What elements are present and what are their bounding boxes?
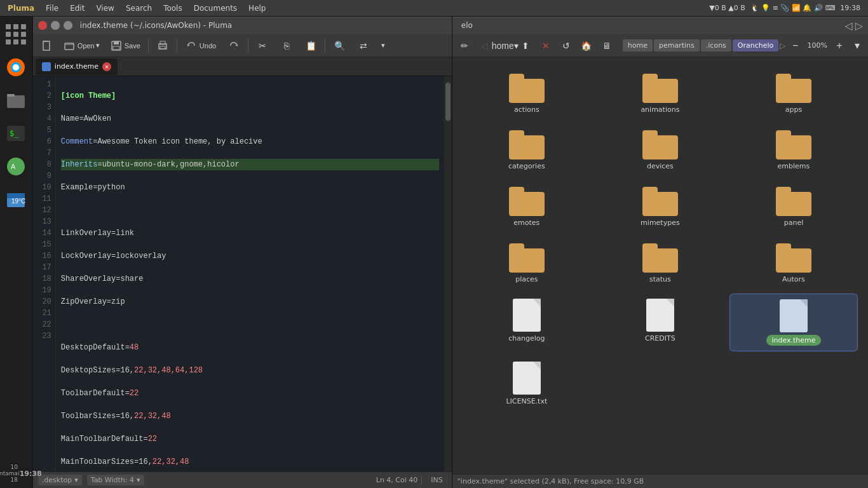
svg-rect-12	[43, 41, 50, 50]
fm-zoom-out-button[interactable]: −	[787, 37, 804, 54]
minimize-button[interactable]	[51, 21, 60, 30]
copy-icon: ⎘	[280, 39, 293, 52]
breadcrumb-icons[interactable]: .icons	[701, 39, 731, 51]
fm-zoom-in-button[interactable]: +	[831, 37, 848, 54]
file-devices[interactable]: devices	[596, 124, 724, 175]
calendar-icon: 19°C	[6, 189, 26, 210]
menu-help[interactable]: Help	[243, 3, 271, 14]
redo-button[interactable]	[222, 37, 245, 55]
file-label: mimetypes	[641, 219, 680, 227]
file-emotes[interactable]: emotes	[463, 180, 591, 232]
editor-tab-indextheme[interactable]: index.theme ×	[36, 58, 118, 75]
file-indextheme[interactable]: index.theme	[729, 294, 858, 351]
fm-edit-button[interactable]: ✏	[455, 37, 474, 55]
print-button[interactable]	[151, 37, 174, 55]
folder-icon	[642, 186, 678, 216]
editor-scrollbar[interactable]	[444, 76, 452, 471]
file-places[interactable]: places	[463, 237, 591, 288]
breadcrumb-next-icon: ▷	[780, 41, 785, 50]
fm-reload-button[interactable]: ↺	[557, 37, 576, 55]
more-button[interactable]: ▾	[376, 37, 390, 55]
fm-expand-icon[interactable]: ◁	[844, 20, 852, 32]
file-categories[interactable]: categories	[463, 124, 591, 175]
menu-tools[interactable]: Tools	[158, 3, 187, 14]
svg-point-7	[7, 158, 25, 175]
open-icon	[64, 39, 76, 52]
file-emblems[interactable]: emblems	[729, 124, 858, 175]
undo-button[interactable]: Undo	[180, 37, 221, 55]
code-line-6	[61, 205, 439, 216]
file-status[interactable]: status	[596, 237, 724, 288]
branch-label: .desktop	[42, 476, 72, 484]
doc-icon	[513, 299, 541, 332]
dock: $_ A 19°C quinta 10 mai 18 19:38	[0, 17, 33, 488]
fm-up-button[interactable]: ⬆	[516, 37, 535, 55]
cut-button[interactable]: ✂	[251, 37, 274, 55]
fm-computer-button[interactable]: 🖥	[597, 37, 616, 55]
dock-apps[interactable]: A	[1, 151, 31, 182]
folder-icon	[776, 129, 811, 159]
close-button[interactable]	[38, 21, 47, 30]
new-button[interactable]	[36, 37, 58, 55]
code-line-10: ZipOverlay=zip	[61, 296, 439, 308]
file-mimetypes[interactable]: mimetypes	[596, 180, 724, 232]
search-button[interactable]: 🔍	[328, 37, 351, 55]
fm-zoom-value: 100%	[805, 41, 830, 50]
firefox-icon	[6, 57, 26, 78]
fm-stop-button[interactable]: ✕	[536, 37, 555, 55]
file-animations[interactable]: animations	[596, 67, 724, 119]
save-button[interactable]: Save	[105, 37, 146, 55]
copy-button[interactable]: ⎘	[275, 37, 298, 55]
maximize-button[interactable]	[64, 21, 72, 30]
breadcrumb-user[interactable]: pemartins	[654, 39, 700, 51]
menu-documents[interactable]: Documents	[189, 3, 242, 14]
fm-forward-button[interactable]: home ▾	[496, 37, 515, 55]
svg-rect-4	[7, 94, 15, 97]
open-label: Open	[78, 42, 95, 50]
redo-icon	[227, 39, 240, 52]
branch-selector[interactable]: .desktop ▾	[38, 475, 82, 485]
doc-icon	[646, 299, 674, 332]
dock-calendar[interactable]: 19°C	[1, 184, 31, 215]
dock-grid[interactable]	[1, 19, 31, 50]
tab-close-button[interactable]: ×	[102, 62, 111, 71]
file-apps[interactable]: apps	[729, 67, 858, 119]
breadcrumb-home[interactable]: home	[623, 39, 653, 51]
dock-firefox[interactable]	[1, 52, 31, 83]
open-button[interactable]: Open ▾	[60, 37, 104, 55]
fm-more-icon[interactable]: ▷	[855, 20, 863, 32]
menu-search[interactable]: Search	[121, 3, 157, 14]
undo-label: Undo	[200, 42, 216, 50]
undo-icon	[185, 39, 198, 52]
file-label: changelog	[508, 334, 545, 342]
fm-zoom-dropdown-button[interactable]: ▾	[849, 37, 865, 54]
code-line-4: Inherits=ubuntu-mono-dark,gnome,hicolor	[61, 159, 439, 170]
code-line-16: MainToolbarDefault=22	[61, 433, 439, 445]
tab-width-selector[interactable]: Tab Width: 4 ▾	[87, 475, 144, 485]
folder-icon	[642, 129, 678, 159]
svg-text:$_: $_	[10, 129, 19, 138]
app-name[interactable]: Pluma	[3, 3, 39, 14]
editor-titlebar: index.theme (~/.icons/AwOken) - Pluma	[33, 17, 452, 34]
file-actions[interactable]: actions	[463, 67, 591, 119]
fm-home-button[interactable]: 🏠	[577, 37, 596, 55]
paste-button[interactable]: 📋	[299, 37, 322, 55]
file-license[interactable]: LICENSE.txt	[463, 356, 591, 410]
file-panel[interactable]: panel	[729, 180, 858, 232]
main-layout: $_ A 19°C quinta 10 mai 18 19:38	[0, 17, 868, 488]
replace-button[interactable]: ⇄	[352, 37, 375, 55]
editor-statusbar: .desktop ▾ Tab Width: 4 ▾ Ln 4, Col 40 I…	[33, 471, 452, 488]
scrollbar-thumb[interactable]	[445, 83, 451, 121]
menu-file[interactable]: File	[41, 3, 64, 14]
code-editor[interactable]: [icon Theme] Name=AwOken Comment=Awesome…	[56, 76, 444, 471]
file-changelog[interactable]: changelog	[463, 294, 591, 351]
menu-edit[interactable]: Edit	[65, 3, 90, 14]
svg-text:A: A	[11, 163, 16, 170]
file-credits[interactable]: CREDITS	[596, 294, 724, 351]
menu-view[interactable]: View	[91, 3, 119, 14]
file-autors[interactable]: Autors	[729, 237, 858, 288]
toolbar-sep-4	[325, 39, 325, 53]
breadcrumb-oranchelo[interactable]: Oranchelo	[733, 39, 778, 51]
dock-terminal[interactable]: $_	[1, 118, 31, 149]
dock-filemanager[interactable]	[1, 85, 31, 116]
